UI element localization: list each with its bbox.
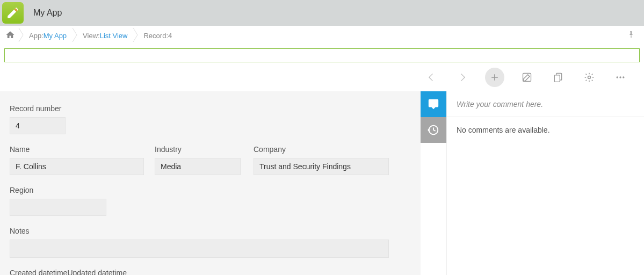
breadcrumbs: App: My App View: List View Record: 4 xyxy=(18,27,177,44)
history-icon xyxy=(428,124,439,136)
value-industry: Media xyxy=(155,158,241,175)
more-button[interactable] xyxy=(612,69,629,86)
svg-rect-2 xyxy=(554,75,560,82)
history-tab[interactable] xyxy=(421,117,446,143)
app-icon xyxy=(2,2,24,24)
no-comments-message: No comments are available. xyxy=(447,117,644,143)
prev-record-button[interactable] xyxy=(423,69,440,86)
app-header: My App xyxy=(0,0,644,26)
value-name: F. Collins xyxy=(10,158,144,175)
comments-tab[interactable] xyxy=(421,91,446,117)
label-notes: Notes xyxy=(10,227,389,235)
chevron-icon xyxy=(18,27,24,44)
crumb-app-link[interactable]: My App xyxy=(44,32,67,40)
field-record-number: Record number 4 xyxy=(10,104,66,134)
app-title: My App xyxy=(33,8,62,18)
home-icon[interactable] xyxy=(5,30,15,41)
crumb-view-link[interactable]: List View xyxy=(100,32,128,40)
breadcrumb-bar: App: My App View: List View Record: 4 xyxy=(0,26,644,45)
field-created: Created datetime xyxy=(10,269,67,275)
chevron-icon xyxy=(72,27,77,44)
record-form: Record number 4 Name F. Collins Industry… xyxy=(0,91,421,275)
add-record-button[interactable] xyxy=(485,68,504,87)
label-created: Created datetime xyxy=(10,269,67,275)
value-company: Trust and Security Findings xyxy=(254,158,389,175)
crumb-app: App: My App xyxy=(24,28,72,43)
pin-icon[interactable] xyxy=(627,31,635,41)
comment-icon xyxy=(428,98,439,110)
label-name: Name xyxy=(10,145,155,154)
crumb-record-prefix: Record: xyxy=(143,32,168,40)
settings-button[interactable] xyxy=(581,69,598,86)
label-region: Region xyxy=(10,186,106,194)
svg-rect-0 xyxy=(523,74,531,82)
label-updated: Updated datetime xyxy=(67,269,127,275)
comment-placeholder: Write your comment here. xyxy=(457,100,543,108)
chevron-icon xyxy=(133,27,138,44)
pencil-icon xyxy=(6,6,20,20)
comment-panel: Write your comment here. No comments are… xyxy=(446,91,644,275)
edit-record-button[interactable] xyxy=(518,69,536,86)
crumb-app-prefix: App: xyxy=(29,32,44,40)
svg-point-3 xyxy=(588,76,591,79)
value-region xyxy=(10,199,106,216)
field-company: Company Trust and Security Findings xyxy=(254,145,389,175)
crumb-record-value: 4 xyxy=(168,32,172,40)
copy-record-button[interactable] xyxy=(549,69,567,86)
svg-point-4 xyxy=(617,76,618,78)
field-updated: Updated datetime xyxy=(67,269,127,275)
field-industry: Industry Media xyxy=(155,145,254,175)
value-notes xyxy=(10,240,389,258)
record-toolbar xyxy=(0,63,644,91)
crumb-record: Record: 4 xyxy=(138,28,177,43)
svg-point-6 xyxy=(623,76,624,78)
crumb-view-prefix: View: xyxy=(83,32,100,40)
field-notes: Notes xyxy=(10,227,389,258)
value-record-number: 4 xyxy=(10,117,66,134)
label-company: Company xyxy=(254,145,389,154)
label-industry: Industry xyxy=(155,145,254,154)
side-rail xyxy=(421,91,446,275)
svg-point-5 xyxy=(619,76,621,78)
next-record-button[interactable] xyxy=(454,69,471,86)
comment-input[interactable]: Write your comment here. xyxy=(447,91,644,117)
field-region: Region xyxy=(10,186,106,216)
notification-bar xyxy=(4,48,640,62)
label-record-number: Record number xyxy=(10,104,66,113)
crumb-view: View: List View xyxy=(77,28,133,43)
field-name: Name F. Collins xyxy=(10,145,155,175)
main-content: Record number 4 Name F. Collins Industry… xyxy=(0,91,644,275)
